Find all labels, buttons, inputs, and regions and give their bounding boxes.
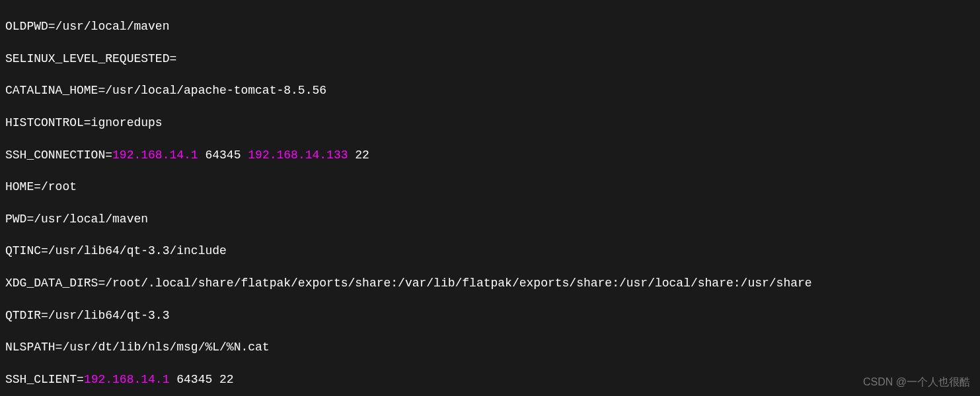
env-qtdir: QTDIR=/usr/lib64/qt-3.3: [5, 308, 975, 323]
ssh-conn-ip1: 192.168.14.1: [112, 148, 198, 162]
ssh-client-prefix: SSH_CLIENT=: [5, 373, 84, 386]
env-ssh-connection: SSH_CONNECTION=192.168.14.1 64345 192.16…: [5, 147, 975, 163]
ssh-client-ip: 192.168.14.1: [84, 373, 170, 386]
ssh-conn-ip2: 192.168.14.133: [248, 148, 348, 162]
watermark-text: CSDN @一个人也很酷: [863, 375, 970, 389]
env-pwd: PWD=/usr/local/maven: [5, 211, 975, 227]
env-catalina-home: CATALINA_HOME=/usr/local/apache-tomcat-8…: [5, 82, 975, 98]
env-nlspath: NLSPATH=/usr/dt/lib/nls/msg/%L/%N.cat: [5, 339, 975, 355]
env-oldpwd: OLDPWD=/usr/local/maven: [5, 18, 975, 34]
terminal-output: OLDPWD=/usr/local/maven SELINUX_LEVEL_RE…: [5, 3, 975, 396]
ssh-conn-prefix: SSH_CONNECTION=: [5, 148, 112, 162]
env-histcontrol: HISTCONTROL=ignoredups: [5, 115, 975, 131]
env-home: HOME=/root: [5, 179, 975, 195]
env-ssh-client: SSH_CLIENT=192.168.14.1 64345 22: [5, 372, 975, 387]
ssh-client-rest: 64345 22: [169, 373, 233, 386]
env-selinux: SELINUX_LEVEL_REQUESTED=: [5, 51, 975, 67]
env-xdg-data-dirs: XDG_DATA_DIRS=/root/.local/share/flatpak…: [5, 275, 975, 291]
ssh-conn-port2: 22: [348, 148, 369, 162]
ssh-conn-port1: 64345: [198, 148, 248, 162]
env-qtinc: QTINC=/usr/lib64/qt-3.3/include: [5, 243, 975, 259]
